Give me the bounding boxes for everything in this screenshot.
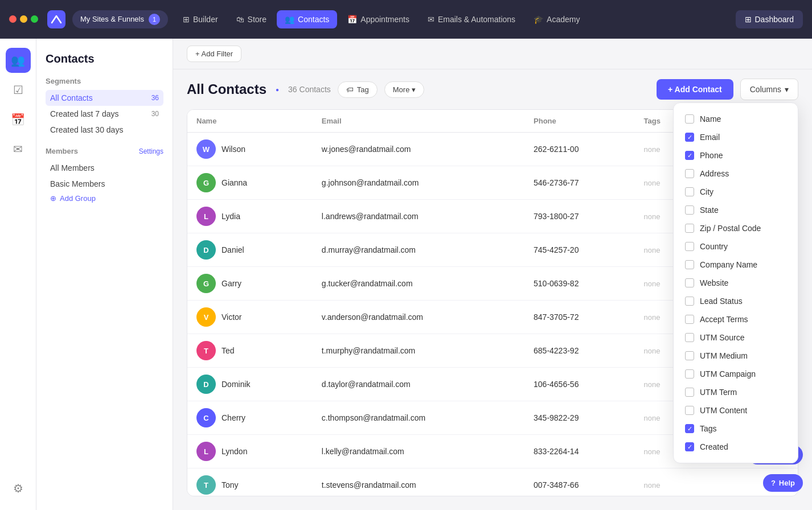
- sidebar-item-all-members[interactable]: All Members: [46, 160, 163, 176]
- checkbox-icon: [685, 133, 694, 142]
- column-option[interactable]: Lead Status: [674, 292, 798, 310]
- contacts-icon: 👥: [285, 15, 294, 24]
- dot-separator: ●: [276, 87, 279, 93]
- sidebar-item-created-30[interactable]: Created last 30 days: [46, 122, 163, 138]
- avatar: T: [196, 341, 216, 360]
- maximize-window-btn[interactable]: [31, 15, 38, 23]
- column-option[interactable]: Created: [674, 438, 798, 456]
- rail-settings-icon[interactable]: ⚙: [6, 476, 31, 501]
- column-option-label: UTM Campaign: [700, 369, 756, 379]
- cell-email: t.murphy@randatmail.com: [313, 334, 524, 368]
- store-nav-item[interactable]: 🛍 Store: [228, 10, 274, 28]
- cell-name: D Dominik: [187, 368, 313, 401]
- checkbox-icon: [685, 242, 694, 251]
- column-option[interactable]: Country: [674, 237, 798, 256]
- members-header: Members Settings: [46, 147, 163, 155]
- avatar: L: [196, 442, 216, 461]
- segments-section-title: Segments: [46, 77, 163, 85]
- column-option-label: UTM Content: [700, 406, 747, 415]
- cell-email: c.thompson@randatmail.com: [313, 401, 524, 435]
- column-option[interactable]: UTM Medium: [674, 347, 798, 365]
- minimize-window-btn[interactable]: [20, 15, 27, 23]
- column-option[interactable]: UTM Source: [674, 328, 798, 347]
- checkbox-icon: [685, 351, 694, 360]
- sites-badge: 1: [149, 14, 160, 25]
- appointments-nav-item[interactable]: 📅 Appointments: [339, 10, 417, 28]
- column-option[interactable]: Zip / Postal Code: [674, 219, 798, 237]
- sites-funnels-button[interactable]: My Sites & Funnels 1: [72, 10, 168, 28]
- dashboard-button[interactable]: ⊞ Dashboard: [736, 10, 803, 28]
- column-option-label: UTM Medium: [700, 351, 748, 360]
- column-option-label: Zip / Postal Code: [700, 224, 761, 233]
- filter-bar: + Add Filter: [173, 39, 812, 69]
- academy-nav-item[interactable]: 🎓 Academy: [526, 10, 588, 28]
- column-option-label: Accept Terms: [700, 315, 748, 324]
- column-option-label: Country: [700, 242, 728, 251]
- emails-nav-item[interactable]: ✉ Emails & Automations: [420, 10, 523, 28]
- column-option[interactable]: Address: [674, 164, 798, 183]
- col-header-name[interactable]: Name: [187, 110, 313, 133]
- rail-calendar-icon[interactable]: 📅: [6, 107, 31, 132]
- checkbox-icon: [685, 187, 694, 196]
- tag-button[interactable]: 🏷 Tag: [338, 81, 378, 98]
- col-header-phone[interactable]: Phone: [524, 110, 634, 133]
- add-group-button[interactable]: ⊕ Add Group: [46, 192, 163, 205]
- help-button[interactable]: ? Help: [763, 474, 803, 492]
- cell-name: L Lydia: [187, 200, 313, 233]
- cell-email: d.taylor@randatmail.com: [313, 368, 524, 401]
- cell-name: G Garry: [187, 267, 313, 301]
- columns-button[interactable]: Columns ▾: [740, 79, 798, 100]
- checkbox-icon: [685, 151, 694, 160]
- column-option[interactable]: State: [674, 201, 798, 219]
- avatar: C: [196, 408, 216, 427]
- column-option-label: Name: [700, 114, 721, 124]
- members-settings-link[interactable]: Settings: [139, 147, 163, 155]
- cell-phone: 510-0639-82: [524, 267, 634, 301]
- rail-tasks-icon[interactable]: ☑: [6, 77, 31, 102]
- builder-nav-item[interactable]: ⊞ Builder: [175, 10, 226, 28]
- cell-email: g.tucker@randatmail.com: [313, 267, 524, 301]
- column-option[interactable]: Accept Terms: [674, 310, 798, 328]
- contacts-nav-item[interactable]: 👥 Contacts: [277, 10, 337, 28]
- add-contact-button[interactable]: + Add Contact: [657, 79, 733, 100]
- sidebar: Contacts Segments All Contacts 36 Create…: [36, 39, 173, 510]
- column-option[interactable]: Name: [674, 110, 798, 128]
- sidebar-item-all-contacts[interactable]: All Contacts 36: [46, 90, 163, 106]
- app-logo: [47, 10, 65, 28]
- sidebar-item-created-7[interactable]: Created last 7 days 30: [46, 106, 163, 122]
- cell-name: T Ted: [187, 334, 313, 368]
- column-option[interactable]: Company Name: [674, 256, 798, 274]
- cell-email: t.stevens@randatmail.com: [313, 468, 524, 497]
- rail-email-icon[interactable]: ✉: [6, 137, 31, 162]
- column-option[interactable]: UTM Term: [674, 383, 798, 401]
- cell-phone: 833-2264-14: [524, 435, 634, 468]
- column-option[interactable]: City: [674, 183, 798, 201]
- column-option[interactable]: Tags: [674, 419, 798, 438]
- add-filter-button[interactable]: + Add Filter: [187, 46, 241, 62]
- col-header-email[interactable]: Email: [313, 110, 524, 133]
- checkbox-icon: [685, 333, 694, 342]
- close-window-btn[interactable]: [9, 15, 17, 23]
- column-option[interactable]: UTM Content: [674, 401, 798, 419]
- column-option[interactable]: UTM Campaign: [674, 365, 798, 383]
- checkbox-icon: [685, 297, 694, 306]
- sidebar-item-basic-members[interactable]: Basic Members: [46, 176, 163, 192]
- column-option[interactable]: Email: [674, 128, 798, 146]
- checkbox-icon: [685, 369, 694, 379]
- rail-contacts-icon[interactable]: 👥: [6, 48, 31, 73]
- cell-email: w.jones@randatmail.com: [313, 133, 524, 166]
- avatar: G: [196, 173, 216, 192]
- table-row[interactable]: T Tony t.stevens@randatmail.com 007-3487…: [187, 468, 798, 497]
- column-option[interactable]: Website: [674, 274, 798, 292]
- checkbox-icon: [685, 224, 694, 233]
- columns-dropdown: Name Email Phone Address City State Zip …: [673, 102, 798, 463]
- checkbox-icon: [685, 406, 694, 415]
- column-option-label: Tags: [700, 424, 717, 433]
- add-group-icon: ⊕: [50, 194, 56, 203]
- cell-name: G Gianna: [187, 166, 313, 200]
- more-button[interactable]: More ▾: [384, 81, 425, 98]
- column-option[interactable]: Phone: [674, 146, 798, 164]
- members-section-title: Members: [46, 147, 78, 155]
- column-option-label: Website: [700, 278, 728, 287]
- chevron-down-icon: ▾: [412, 85, 416, 94]
